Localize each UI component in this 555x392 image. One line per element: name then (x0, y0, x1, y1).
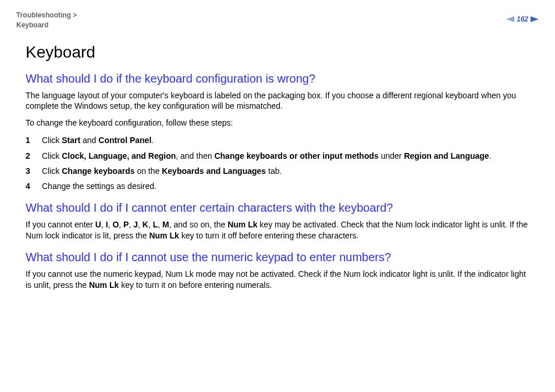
body-text: If you cannot enter U, I, O, P, J, K, L,… (26, 219, 529, 241)
breadcrumb: Troubleshooting > Keyboard (16, 10, 77, 30)
breadcrumb-line1: Troubleshooting > (16, 10, 77, 20)
section-heading: What should I do if the keyboard configu… (26, 72, 529, 85)
step-number: 3 (26, 165, 30, 177)
page-content: Keyboard What should I do if the keyboar… (0, 34, 555, 308)
body-text: The language layout of your computer's k… (26, 90, 529, 112)
steps-list: 1Click Start and Control Panel. 2Click C… (26, 134, 529, 192)
body-text: To change the keyboard configuration, fo… (26, 117, 529, 129)
page-title: Keyboard (26, 43, 529, 62)
step-item: 3Click Change keyboards on the Keyboards… (26, 165, 529, 177)
step-text: Change the settings as desired. (42, 181, 156, 191)
step-number: 1 (26, 134, 30, 146)
page-number: 162 (517, 15, 528, 23)
step-number: 2 (26, 150, 30, 162)
step-text: Click Start and Control Panel. (42, 136, 154, 145)
next-page-icon[interactable] (531, 16, 539, 22)
svg-marker-1 (531, 16, 539, 22)
step-item: 1Click Start and Control Panel. (26, 134, 529, 146)
section-heading: What should I do if I cannot use the num… (26, 251, 529, 264)
step-text: Click Clock, Language, and Region, and t… (42, 151, 492, 161)
pager: 162 (506, 15, 539, 23)
step-item: 2Click Clock, Language, and Region, and … (26, 150, 529, 162)
breadcrumb-line2: Keyboard (16, 20, 77, 30)
step-text: Click Change keyboards on the Keyboards … (42, 166, 282, 176)
section-heading: What should I do if I cannot enter certa… (26, 201, 529, 215)
step-item: 4Change the settings as desired. (26, 180, 529, 192)
svg-marker-0 (506, 16, 514, 22)
prev-page-icon[interactable] (506, 16, 514, 22)
body-text: If you cannot use the numeric keypad, Nu… (26, 269, 529, 291)
page-header: Troubleshooting > Keyboard 162 (0, 0, 555, 34)
step-number: 4 (26, 180, 30, 192)
